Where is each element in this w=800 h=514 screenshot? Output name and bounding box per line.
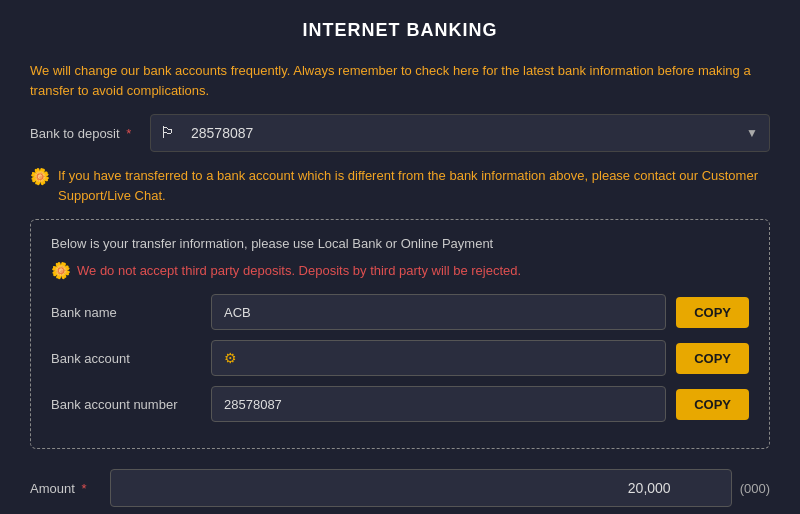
amount-input[interactable] bbox=[110, 469, 732, 507]
bank-account-value: ⚙ bbox=[211, 340, 666, 376]
amount-label: Amount * bbox=[30, 481, 110, 496]
amount-row: Amount * (000) bbox=[30, 469, 770, 507]
bank-to-deposit-label: Bank to deposit * bbox=[30, 126, 150, 141]
bank-select-wrapper: 🏳 28578087 ▼ bbox=[150, 114, 770, 152]
bank-name-row: Bank name ACB COPY bbox=[51, 294, 749, 330]
bank-flag-icon: 🏳 bbox=[160, 124, 176, 142]
reject-flower-icon: 🌼 bbox=[51, 261, 71, 280]
copy-bank-name-button[interactable]: COPY bbox=[676, 297, 749, 328]
bank-name-label: Bank name bbox=[51, 305, 211, 320]
page-title: INTERNET BANKING bbox=[30, 20, 770, 41]
bank-account-number-label: Bank account number bbox=[51, 397, 211, 412]
loading-icon: ⚙ bbox=[224, 350, 237, 366]
bank-account-number-row: Bank account number 28578087 COPY bbox=[51, 386, 749, 422]
contact-warning-row: 🌼 If you have transferred to a bank acco… bbox=[30, 166, 770, 205]
copy-bank-account-button[interactable]: COPY bbox=[676, 343, 749, 374]
bank-account-row: Bank account ⚙ COPY bbox=[51, 340, 749, 376]
reject-warning-text: We do not accept third party deposits. D… bbox=[77, 263, 521, 278]
amount-unit: (000) bbox=[740, 481, 770, 496]
bank-account-number-value: 28578087 bbox=[211, 386, 666, 422]
bank-to-deposit-row: Bank to deposit * 🏳 28578087 ▼ bbox=[30, 114, 770, 152]
contact-warning-text: If you have transferred to a bank accoun… bbox=[58, 166, 770, 205]
chevron-down-icon: ▼ bbox=[746, 126, 758, 140]
bank-select[interactable]: 28578087 bbox=[150, 114, 770, 152]
warning-flower-icon: 🌼 bbox=[30, 167, 50, 186]
copy-bank-account-number-button[interactable]: COPY bbox=[676, 389, 749, 420]
amount-input-wrapper bbox=[110, 469, 732, 507]
transfer-box-title: Below is your transfer information, plea… bbox=[51, 236, 749, 251]
transfer-info-box: Below is your transfer information, plea… bbox=[30, 219, 770, 449]
bank-account-label: Bank account bbox=[51, 351, 211, 366]
amount-required-indicator: * bbox=[81, 481, 86, 496]
reject-warning-row: 🌼 We do not accept third party deposits.… bbox=[51, 261, 749, 280]
bank-name-value: ACB bbox=[211, 294, 666, 330]
bank-change-notice: We will change our bank accounts frequen… bbox=[30, 61, 770, 100]
required-indicator: * bbox=[126, 126, 131, 141]
